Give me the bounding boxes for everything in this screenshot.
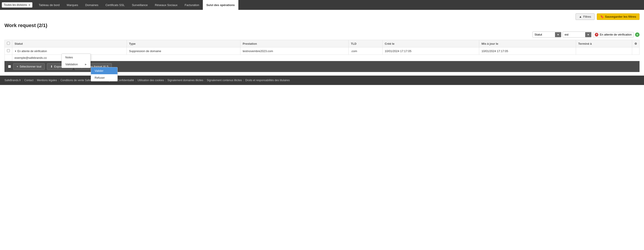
context-menu-validation[interactable]: Validation ▶ Valider Refuser (62, 61, 90, 68)
row-tld-cell: .com (348, 48, 382, 55)
filter-row: Statut ▼ est ▼ ✕ En attente de vérificat… (4, 32, 640, 38)
email-context-row: exemple@safebrands.co Notes Validation ▶ (5, 55, 640, 61)
top-navigation: Toutes les divisions ▼ Tableau de bord M… (0, 0, 644, 10)
page-title: Work request (2/1) (4, 22, 640, 28)
add-filter-button[interactable]: + (635, 32, 640, 37)
nav-item-suivi[interactable]: Suivi des opérations (203, 0, 238, 10)
col-prestation: Prestation (240, 40, 348, 48)
nav-item-domaines[interactable]: Domaines (82, 0, 102, 10)
nav-item-reseaux[interactable]: Réseaux Sociaux (151, 0, 181, 10)
col-statut: Statut (12, 40, 127, 48)
nav-item-ssl[interactable]: Certificats SSL (102, 0, 128, 10)
bottom-select-all-checkbox[interactable] (8, 65, 11, 68)
division-label: Toutes les divisions (4, 3, 27, 6)
validation-arrow-icon: ▶ (85, 63, 87, 66)
est-filter-select[interactable]: est ▼ (562, 32, 592, 38)
division-selector[interactable]: Toutes les divisions ▼ (2, 2, 32, 8)
statut-filter-select[interactable]: Statut ▼ (532, 32, 561, 38)
work-request-table: Statut Type Prestation TLD Créé le Mis à… (4, 40, 640, 61)
context-menu-notes[interactable]: Notes (62, 54, 90, 61)
context-menu-container-cell: exemple@safebrands.co Notes Validation ▶ (12, 55, 640, 61)
division-arrow-icon: ▼ (28, 4, 30, 6)
filter-tag-attente: ✕ En attente de vérification (593, 32, 634, 37)
footer-link-illicites-domaines[interactable]: Signalement domaines illicites (168, 79, 204, 82)
row-prestation-cell: testnovembre2023.com (240, 48, 348, 55)
est-dropdown-arrow[interactable]: ▼ (585, 32, 591, 37)
bookmark-icon: 🔖 (600, 15, 604, 18)
email-cell: exemple@safebrands.co (12, 55, 49, 61)
row-termine-a-cell (576, 48, 632, 55)
email-checkbox-cell (5, 55, 12, 61)
row-mis-a-jour-cell: 10/01/2024 17:17:05 (479, 48, 576, 55)
col-settings[interactable]: ⚙ (632, 40, 640, 48)
col-mis-a-jour: Mis à jour le (479, 40, 576, 48)
footer-link-safebrands[interactable]: SafeBrands.fr (4, 79, 21, 82)
row-cree-le-cell: 10/01/2024 17:17:05 (382, 48, 479, 55)
row-type-cell: Suppression de domaine (126, 48, 240, 55)
remove-filter-icon[interactable]: ✕ (595, 33, 598, 36)
est-select-input[interactable]: est (563, 32, 585, 37)
filter-button[interactable]: ▲ Filtres (576, 14, 594, 20)
footer-link-mentions[interactable]: Mentions légales (37, 79, 57, 82)
nav-item-tableau[interactable]: Tableau de bord (35, 0, 63, 10)
save-filters-button[interactable]: 🔖 Sauvegarder les filtres (597, 14, 640, 20)
nav-item-facturation[interactable]: Facturation (181, 0, 203, 10)
statut-dropdown-arrow[interactable]: ▼ (555, 32, 561, 37)
plus-icon: + (16, 65, 18, 68)
col-type: Type (126, 40, 240, 48)
footer-link-illicites-contenus[interactable]: Signalement contenus illicites (206, 79, 242, 82)
footer-link-droits[interactable]: Droits et responsabilités des titulaires (245, 79, 290, 82)
row-checkbox[interactable] (7, 49, 10, 52)
footer-link-cookies[interactable]: Utilisation des cookies (138, 79, 164, 82)
statut-select-input[interactable]: Statut (533, 32, 555, 37)
footer-link-contact[interactable]: Contact (24, 79, 34, 82)
sub-menu-validation: Valider Refuser (91, 67, 118, 82)
select-all-button[interactable]: + Sélectionner tout (13, 63, 45, 70)
row-checkbox-cell (5, 48, 12, 55)
col-cree-le: Créé le (382, 40, 479, 48)
filters-bar: ▲ Filtres 🔖 Sauvegarder les filtres (4, 14, 640, 20)
status-badge: ▼ En attente de vérification (14, 50, 47, 53)
col-tld: TLD (348, 40, 382, 48)
sub-menu-refuser[interactable]: Refuser (91, 74, 118, 81)
table-row: ▼ En attente de vérification Suppression… (5, 48, 640, 55)
row-actions-cell (632, 48, 640, 55)
header-checkbox-col (5, 40, 12, 48)
export-icon: ⬇ (50, 65, 53, 68)
email-context-wrapper: exemple@safebrands.co Notes Validation ▶ (12, 55, 640, 61)
nav-item-surveillance[interactable]: Surveillance (128, 0, 152, 10)
page-content: ▲ Filtres 🔖 Sauvegarder les filtres Work… (0, 10, 644, 76)
col-termine-a: Terminé à (576, 40, 632, 48)
select-all-checkbox[interactable] (7, 42, 10, 45)
status-triangle-icon: ▼ (14, 50, 16, 52)
context-menu: Notes Validation ▶ Valider (62, 54, 90, 68)
nav-item-marques[interactable]: Marques (63, 0, 82, 10)
sub-menu-valider[interactable]: Valider (91, 67, 118, 74)
filter-triangle-icon: ▲ (579, 15, 582, 18)
